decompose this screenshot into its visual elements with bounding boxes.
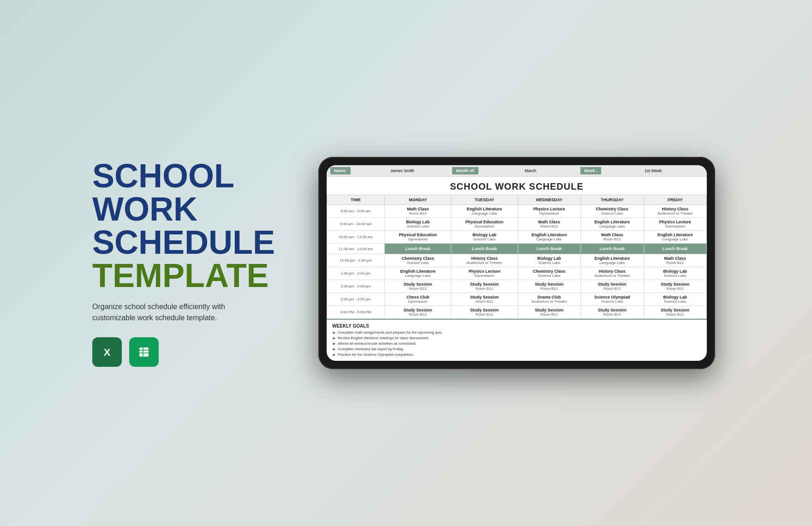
class-cell: Study SessionRoom B12	[580, 306, 644, 319]
class-name: Biology Lab	[521, 256, 578, 261]
class-cell: Biology LabScience Labs	[644, 293, 706, 306]
class-name: Study Session	[584, 308, 641, 312]
time-cell: 4:00 PM - 5:00 PM	[327, 306, 385, 319]
class-name: Study Session	[521, 282, 578, 287]
class-room: Room B12	[388, 211, 448, 215]
col-tuesday: TUESDAY	[451, 195, 518, 205]
class-cell: Math ClassRoom B12	[385, 205, 451, 218]
table-row: 4:00 PM - 5:00 PMStudy SessionRoom B12St…	[327, 306, 707, 319]
class-room: Science Labs	[454, 237, 514, 241]
lunch-cell: Lunch Break	[644, 244, 706, 254]
class-cell: Study SessionRoom B12	[385, 280, 451, 293]
class-name: Chemistry Class	[521, 269, 578, 274]
class-cell: Study SessionRoom B12	[451, 280, 518, 293]
class-cell: Chemistry ClassScience Labs	[385, 254, 451, 267]
class-cell: History ClassAuditorium or Theater	[644, 205, 706, 218]
class-room: Room B12	[454, 312, 514, 317]
class-room: Science Labs	[521, 261, 578, 265]
lunch-cell: Lunch Break	[518, 244, 580, 254]
goal-item: ➤Attend all extracurricular activities a…	[332, 341, 701, 346]
class-room: Room B12	[454, 299, 514, 304]
class-room: Gymnasium	[388, 237, 448, 241]
svg-rect-3	[139, 347, 149, 357]
excel-icon[interactable]: X	[92, 337, 122, 367]
class-room: Science Labs	[521, 274, 578, 278]
goal-item: ➤Complete math assignments and prepare f…	[332, 330, 701, 335]
goal-text: Review English literature readings for c…	[338, 336, 430, 340]
class-room: Auditorium or Theater	[647, 211, 704, 215]
class-name: History Class	[584, 269, 641, 274]
class-cell: Physics LectureGymnasium	[451, 267, 518, 280]
lunch-cell: Lunch Break	[385, 244, 451, 254]
class-name: English Literature	[521, 233, 578, 237]
class-cell: Science OlympiadScience Labs	[580, 293, 644, 306]
schedule-table: TIME MONDAY TUESDAY WEDNESDAY THURSDAY F…	[327, 195, 707, 319]
class-name: Drama Club	[521, 295, 578, 299]
col-wednesday: WEDNESDAY	[518, 195, 580, 205]
table-row: 2:00 pm - 3:00 pmStudy SessionRoom B12St…	[327, 280, 707, 293]
class-name: Math Class	[647, 256, 704, 261]
class-name: Study Session	[584, 282, 641, 287]
class-name: Biology Lab	[454, 233, 514, 237]
goal-item: ➤Complete chemistry lab report by Friday…	[332, 347, 701, 352]
class-cell: Chess ClubGymnasium	[385, 293, 451, 306]
sheets-icon[interactable]	[129, 337, 159, 367]
class-room: Gymnasium	[647, 224, 704, 228]
class-room: Language Labs	[647, 237, 704, 241]
class-cell: Physical EducationGymnasium	[385, 231, 451, 244]
class-name: Study Session	[647, 282, 704, 287]
class-room: Language Labs	[584, 261, 641, 265]
class-room: Room B12	[521, 287, 578, 291]
info-bar: Name: James Smith Month of: March Week :…	[327, 165, 707, 177]
goals-title: WEEKLY GOALS	[332, 323, 701, 329]
class-room: Auditorium or Theater	[584, 274, 641, 278]
class-cell: Study SessionRoom B12	[518, 280, 580, 293]
time-cell: 3:00 pm - 4:00 pm	[327, 293, 385, 306]
weekly-goals-section: WEEKLY GOALS ➤Complete math assignments …	[327, 319, 707, 361]
title-line3: SCHEDULE	[92, 226, 286, 259]
class-name: Math Class	[388, 207, 448, 211]
table-row: 10:00 am - 11:00 amPhysical EducationGym…	[327, 231, 707, 244]
class-name: Physical Education	[454, 220, 514, 224]
class-name: Physical Education	[388, 233, 448, 237]
class-name: Math Class	[521, 220, 578, 224]
class-name: Physics Lecture	[454, 269, 514, 274]
class-cell: Study SessionRoom B12	[644, 280, 706, 293]
time-cell: 1:00 pm - 2:00 pm	[327, 267, 385, 280]
week-value: 1st Week	[603, 167, 703, 174]
lunch-cell: Lunch Break	[580, 244, 644, 254]
class-name: Study Session	[454, 282, 514, 287]
class-name: Study Session	[454, 295, 514, 299]
goal-item: ➤Practice for the Science Olympiad compe…	[332, 353, 701, 357]
class-room: Gymnasium	[388, 299, 448, 304]
class-cell: Physics LectureGymnasium	[518, 205, 580, 218]
class-room: Language Labs	[388, 274, 448, 278]
class-name: Study Session	[521, 308, 578, 312]
class-name: Physics Lecture	[647, 220, 704, 224]
class-cell: Chemistry ClassScience Labs	[580, 205, 644, 218]
time-cell: 11:00 am - 12:00 am	[327, 244, 385, 254]
class-name: Biology Lab	[388, 220, 448, 224]
class-room: Science Labs	[647, 274, 704, 278]
title-line4: TEMPLATE	[92, 259, 286, 292]
class-name: Study Session	[454, 308, 514, 312]
class-room: Gymnasium	[454, 224, 514, 228]
class-cell: History ClassAuditorium or Theater	[580, 267, 644, 280]
class-room: Room B12	[521, 312, 578, 317]
goal-item: ➤Review English literature readings for …	[332, 336, 701, 341]
class-cell: English LiteratureLanguage Labs	[451, 205, 518, 218]
class-name: English Literature	[584, 256, 641, 261]
time-cell: 8:00 am - 9:00 am	[327, 205, 385, 218]
title-line2: WORK	[92, 192, 286, 226]
class-name: Study Session	[388, 282, 448, 287]
class-room: Room B12	[584, 287, 641, 291]
svg-text:X: X	[104, 347, 111, 358]
class-cell: Physics LectureGymnasium	[644, 218, 706, 231]
class-cell: Study SessionRoom B12	[451, 293, 518, 306]
goal-text: Practice for the Science Olympiad compet…	[338, 353, 414, 357]
class-cell: Physical EducationGymnasium	[451, 218, 518, 231]
page-wrapper: SCHOOL WORK SCHEDULE TEMPLATE Organize s…	[0, 0, 812, 526]
class-cell: Chemistry ClassScience Labs	[518, 267, 580, 280]
time-cell: 9:00 am - 10:00 am	[327, 218, 385, 231]
class-cell: Math ClassRoom B12	[518, 218, 580, 231]
